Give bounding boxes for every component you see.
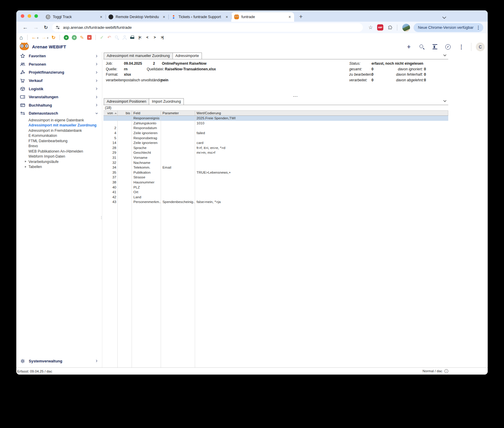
table-row[interactable]: 2 Responsdatum	[103, 126, 448, 131]
tab-adressimport-mit-manueller-zuordnung[interactable]: Adressimport mit manueller Zuordnung	[104, 53, 173, 59]
sidebar-item-favoriten[interactable]: Favoriten	[16, 52, 102, 60]
browser-tab[interactable]: Toggl Track ×	[43, 12, 106, 22]
menu-button[interactable]	[459, 44, 464, 50]
print-button[interactable]	[130, 35, 135, 40]
browser-tab[interactable]: funtrade ×	[231, 12, 294, 22]
submenu-item-web-publikationen-an-abmelden[interactable]: WEB Publikationen An-/Abmelden	[28, 149, 102, 154]
chrome-update-button[interactable]: Neue Chrome-Version verfügbar	[414, 23, 483, 32]
table-row[interactable]: 29 Geschlecht mr>m, ms>f	[103, 150, 448, 155]
sidebar-item-verkauf[interactable]: Verkauf	[16, 77, 102, 85]
tab-search-chevron-icon[interactable]	[442, 15, 446, 20]
search-button[interactable]	[419, 44, 425, 50]
sidebar-item-logistik[interactable]: Logistik	[16, 85, 102, 93]
submenu-item-tabellen[interactable]: Tabellen	[28, 164, 102, 169]
splitter-handle[interactable]	[293, 94, 298, 99]
column-header-von[interactable]: von	[103, 111, 118, 115]
submenu-item-verarbeitungsläufe[interactable]: Verarbeitungsläufe	[28, 159, 102, 164]
first-button[interactable]	[138, 34, 142, 40]
table-row[interactable]: 40 PLZ	[103, 185, 448, 190]
forward-button[interactable]	[42, 34, 49, 40]
add-button[interactable]	[406, 44, 411, 50]
prev-button[interactable]	[145, 34, 149, 40]
last-button[interactable]	[160, 34, 164, 40]
person-search-button[interactable]	[122, 35, 127, 40]
submenu-item-e-kommunikation[interactable]: E-Kommunikation	[28, 133, 102, 138]
table-row[interactable]: 38 Hausnummer	[103, 180, 448, 185]
collapse-panel-chevron-icon[interactable]	[443, 54, 446, 56]
undo-button[interactable]	[107, 34, 111, 40]
submenu-item-ftml-datenbearbeitung[interactable]: FTML Datenbearbeitung	[28, 138, 102, 144]
tab-close-icon[interactable]: ×	[287, 14, 292, 20]
collapse-panel-chevron-icon[interactable]	[443, 100, 446, 102]
column-header-bis[interactable]: bis	[118, 111, 132, 115]
table-row[interactable]: 31 Vorname	[103, 155, 448, 160]
extensions-puzzle-icon[interactable]	[387, 25, 393, 30]
delete-button[interactable]	[87, 35, 92, 40]
close-window-button[interactable]	[21, 14, 24, 18]
browser-forward-icon[interactable]: →	[33, 24, 39, 31]
table-row[interactable]: 35 Publikation TRUE>Lebensnews,+	[103, 170, 448, 175]
adblock-extension-icon[interactable]: ABP	[377, 24, 383, 31]
table-row[interactable]: 42 Land	[103, 195, 448, 200]
table-row[interactable]: 14 Zeile ignorieren card	[103, 140, 448, 145]
column-header-feld[interactable]: Feld	[132, 111, 161, 115]
sidebar-item-systemverwaltung[interactable]: Systemverwaltung	[16, 357, 102, 365]
maximize-window-button[interactable]	[34, 14, 38, 18]
edit-button[interactable]	[80, 34, 84, 40]
column-header-parameter[interactable]: Parameter	[161, 111, 195, 115]
table-row[interactable]: 4 Zeile ignorieren failed	[103, 131, 448, 136]
tab-close-icon[interactable]: ×	[98, 14, 104, 20]
sidebar-item-buchhaltung[interactable]: Buchhaltung	[16, 101, 102, 110]
submenu-item-adressimport-in-fremddatenbank[interactable]: Adressimport in Fremddatenbank	[28, 128, 102, 133]
table-row[interactable]: Responsereignis 2025.Freie Spenden,TWI	[103, 116, 448, 121]
tab-import-zuordnung[interactable]: Import Zuordnung	[149, 98, 184, 105]
table-row[interactable]: 32 Nachname	[103, 160, 448, 165]
tab-close-icon[interactable]: ×	[224, 14, 229, 20]
search-button[interactable]	[114, 35, 119, 40]
home-button[interactable]	[19, 34, 23, 40]
table-row[interactable]: 28 Sprache fr>f, it>i, en>e, *>d	[103, 145, 448, 150]
tab-close-icon[interactable]: ×	[161, 14, 167, 20]
tab-adressimport-positionen[interactable]: Adressimport Positionen	[104, 98, 149, 105]
table-row[interactable]: Zahlungskonto 1010	[103, 121, 448, 126]
column-header-wert-codierung[interactable]: Wert/Codierung	[195, 111, 448, 115]
user-avatar[interactable]: C	[476, 42, 485, 51]
panel-splitter[interactable]	[103, 95, 488, 98]
tasks-button[interactable]	[445, 44, 451, 50]
site-settings-icon[interactable]	[56, 26, 60, 29]
add-button[interactable]	[64, 35, 69, 40]
table-row[interactable]: 43 Personenmerkm... Spendenbescheinig...…	[103, 199, 448, 205]
submenu-item-webform-import-daten[interactable]: Webform Import-Daten	[28, 154, 102, 159]
browser-menu-kebab-icon[interactable]	[476, 25, 481, 30]
table-row[interactable]: 37 Strasse	[103, 175, 448, 180]
reload-button[interactable]	[51, 34, 56, 40]
sidebar-item-projektfinanzierung[interactable]: Projektfinanzierung	[16, 68, 102, 77]
table-row[interactable]: 5 Responsbetrag	[103, 135, 448, 140]
submenu-item-brevo[interactable]: Brevo	[28, 143, 102, 149]
sidebar-item-personen[interactable]: Personen	[16, 60, 102, 69]
sidebar-item-datenaustausch[interactable]: Datenaustausch	[16, 109, 102, 118]
hourglass-button[interactable]	[433, 44, 437, 49]
table-row[interactable]: 41 Ort	[103, 190, 448, 195]
bookmark-star-icon[interactable]	[369, 24, 373, 31]
submenu-item-adressimport-in-eigene-datenbank[interactable]: Adressimport in eigene Datenbank	[28, 118, 102, 123]
new-tab-button[interactable]	[296, 12, 305, 21]
browser-profile-avatar[interactable]	[402, 24, 410, 31]
sidebar-splitter-handle[interactable]	[100, 217, 103, 218]
minimize-window-button[interactable]	[28, 14, 31, 18]
table-row[interactable]: 34 Telekomm. Email	[103, 165, 448, 170]
confirm-button[interactable]	[100, 34, 104, 40]
url-bar[interactable]: asp.arenae.ch/funtrade-webift/funtrade	[52, 23, 363, 32]
back-button[interactable]	[31, 34, 39, 40]
tab-adressimporte[interactable]: Adressimporte	[173, 53, 202, 59]
browser-tab[interactable]: Tickets ‹ funtrade Support — ×	[168, 12, 231, 22]
postalisch-label: postalisch unvollständig:	[124, 78, 163, 82]
browser-back-icon[interactable]: ←	[23, 24, 28, 31]
add-copy-button[interactable]	[72, 35, 77, 40]
submenu-item-adressimport-mit-manueller-zuordnung[interactable]: Adressimport mit manueller Zuordnung	[28, 123, 102, 128]
browser-reload-icon[interactable]: ↻	[44, 25, 48, 30]
browser-tab[interactable]: Remote Desktop Verbindung ×	[106, 12, 168, 22]
sidebar-item-veranstaltungen[interactable]: Veranstaltungen	[16, 93, 102, 101]
info-icon[interactable]	[444, 369, 448, 373]
next-button[interactable]	[152, 34, 157, 40]
